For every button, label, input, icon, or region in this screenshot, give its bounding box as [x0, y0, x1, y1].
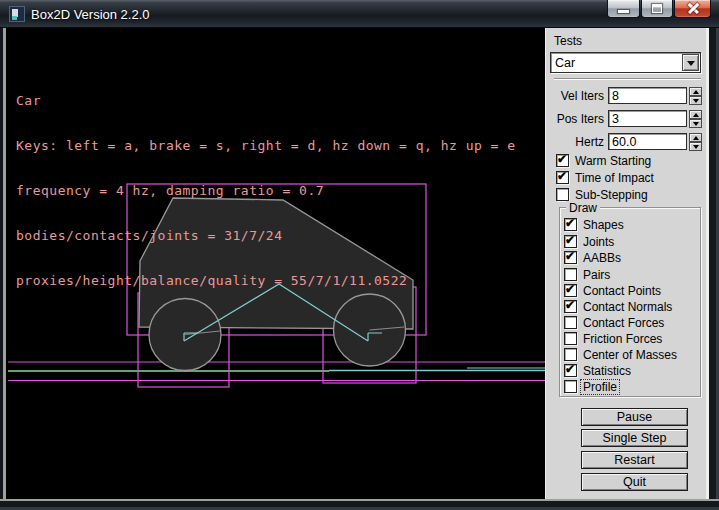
vel-iters-spin-down-button[interactable] — [689, 96, 702, 105]
pos-iters-label: Pos Iters — [546, 112, 604, 126]
pos-iters-spin-up-button[interactable] — [689, 110, 702, 119]
separator — [554, 78, 701, 80]
window-border-right — [709, 28, 719, 510]
check-icon: ✔ — [565, 233, 575, 247]
check-icon: ✔ — [565, 249, 575, 263]
vel-iters-label: Vel Iters — [546, 89, 604, 103]
tests-dropdown-value: Car — [555, 56, 575, 70]
check-icon: ✔ — [565, 362, 575, 376]
control-panel: Tests Car Vel Iters Pos Iters Hertz — [545, 28, 709, 499]
check-icon: ✔ — [565, 216, 575, 230]
check-icon: ✔ — [557, 152, 567, 166]
vel-iters-spin-up-button[interactable] — [689, 87, 702, 96]
stats-line-proxies: proxies/height/balance/quality = 55/7/1/… — [16, 273, 516, 288]
up-arrow-icon — [693, 90, 699, 94]
down-arrow-icon — [693, 145, 699, 149]
up-arrow-icon — [693, 136, 699, 140]
single-step-button[interactable]: Single Step — [581, 429, 688, 447]
hertz-label: Hertz — [546, 135, 604, 149]
restart-button[interactable]: Restart — [581, 451, 688, 469]
close-button[interactable] — [674, 0, 711, 18]
maximize-icon — [652, 4, 662, 13]
hertz-field[interactable] — [608, 133, 687, 150]
pause-button[interactable]: Pause — [581, 408, 688, 426]
chevron-down-icon — [687, 61, 695, 66]
draw-group-label: Draw — [566, 201, 600, 215]
vel-iters-spinner — [689, 87, 702, 105]
stats-line-test-name: Car — [16, 93, 516, 108]
tests-dropdown-button[interactable] — [682, 54, 699, 71]
minimize-button[interactable] — [607, 0, 640, 18]
hertz-spin-down-button[interactable] — [689, 142, 702, 151]
window-border-left — [0, 28, 6, 510]
down-arrow-icon — [693, 99, 699, 103]
pos-iters-spin-down-button[interactable] — [689, 119, 702, 128]
box2d-testbed-window: Box2D Version 2.2.0 — [0, 0, 719, 510]
simulation-canvas[interactable]: Car Keys: left = a, brake = s, right = d… — [6, 28, 545, 499]
vel-iters-field[interactable] — [608, 87, 687, 104]
pos-iters-field[interactable] — [608, 110, 687, 127]
maximize-button[interactable] — [641, 0, 673, 18]
statistics-text: Car Keys: left = a, brake = s, right = d… — [16, 63, 516, 318]
down-arrow-icon — [693, 122, 699, 126]
title-bar[interactable]: Box2D Version 2.2.0 — [0, 0, 719, 28]
window-title: Box2D Version 2.2.0 — [31, 7, 150, 22]
window-border-bottom — [0, 499, 719, 510]
stats-line-frequency: frequency = 4 hz, damping ratio = 0.7 — [16, 183, 516, 198]
stats-line-bodies: bodies/contacts/joints = 31/7/24 — [16, 228, 516, 243]
minimize-icon — [618, 10, 629, 13]
quit-button[interactable]: Quit — [581, 473, 688, 491]
up-arrow-icon — [693, 113, 699, 117]
hertz-spinner — [689, 133, 702, 151]
pos-iters-spinner — [689, 110, 702, 128]
check-icon: ✔ — [565, 298, 575, 312]
tests-dropdown[interactable]: Car — [550, 52, 701, 73]
app-icon — [9, 6, 25, 22]
check-icon: ✔ — [557, 169, 567, 183]
hertz-spin-up-button[interactable] — [689, 133, 702, 142]
stats-line-keys: Keys: left = a, brake = s, right = d, hz… — [16, 138, 516, 153]
tests-label: Tests — [554, 34, 582, 48]
check-icon: ✔ — [565, 282, 575, 296]
